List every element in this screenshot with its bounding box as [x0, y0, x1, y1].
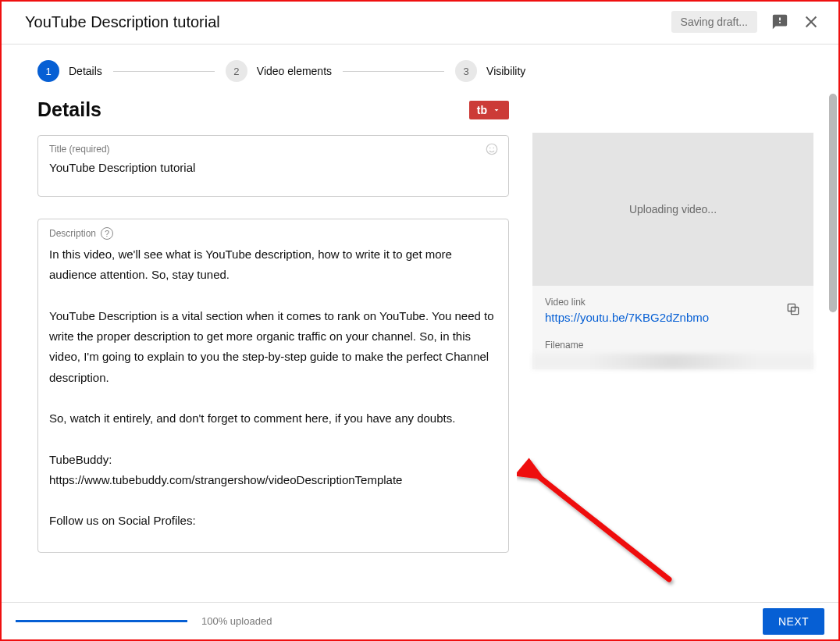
title-value: YouTube Description tutorial	[49, 159, 497, 185]
header-actions: Saving draft...	[671, 11, 820, 33]
details-heading: Details	[37, 98, 101, 121]
upload-progress-bar	[16, 620, 187, 622]
step-number: 1	[37, 60, 59, 82]
step-number: 3	[455, 60, 477, 82]
step-number: 2	[226, 60, 247, 82]
step-details[interactable]: 1 Details	[37, 60, 102, 82]
step-label: Visibility	[486, 65, 525, 77]
description-field[interactable]: Description ? In this video, we'll see w…	[37, 219, 509, 553]
help-icon[interactable]: ?	[101, 227, 113, 240]
step-visibility[interactable]: 3 Visibility	[455, 60, 525, 82]
close-icon[interactable]	[803, 13, 820, 30]
dialog-header: YouTube Description tutorial Saving draf…	[2, 2, 838, 45]
uploading-text: Uploading video...	[629, 203, 717, 215]
step-video-elements[interactable]: 2 Video elements	[226, 60, 332, 82]
filename-value-blurred	[532, 354, 813, 369]
step-label: Details	[69, 65, 102, 77]
video-preview-panel: Uploading video... Video link https://yo…	[532, 94, 813, 575]
next-button[interactable]: NEXT	[763, 608, 824, 635]
description-label-text: Description	[49, 228, 96, 239]
upload-progress-label: 100% uploaded	[201, 615, 272, 627]
tubebuddy-label: tb	[477, 104, 487, 116]
copy-icon[interactable]	[785, 297, 801, 320]
chevron-down-icon	[492, 105, 501, 115]
title-label: Title (required)	[49, 144, 497, 155]
tubebuddy-dropdown[interactable]: tb	[469, 101, 509, 119]
svg-point-4	[493, 148, 495, 149]
video-thumbnail: Uploading video...	[532, 133, 813, 286]
dialog-footer: 100% uploaded NEXT	[2, 602, 838, 639]
title-field[interactable]: Title (required) YouTube Description tut…	[37, 135, 509, 197]
dialog-title: YouTube Description tutorial	[25, 13, 220, 31]
step-connector	[113, 71, 215, 72]
content-scroll[interactable]: Details tb Title (required) YouTube Desc…	[2, 94, 838, 602]
video-link-label: Video link	[545, 297, 785, 308]
details-header: Details tb	[37, 98, 509, 121]
description-label: Description ?	[49, 227, 497, 240]
description-value: In this video, we'll see what is YouTube…	[49, 244, 497, 532]
emoji-icon[interactable]	[485, 142, 499, 156]
step-connector	[343, 71, 444, 72]
stepper: 1 Details 2 Video elements 3 Visibility	[2, 45, 838, 90]
step-label: Video elements	[257, 65, 332, 77]
saving-draft-badge: Saving draft...	[671, 11, 757, 33]
feedback-icon[interactable]	[771, 13, 788, 30]
video-link[interactable]: https://youtu.be/7KBG2dZnbmo	[545, 311, 785, 324]
svg-point-2	[486, 144, 497, 155]
video-meta: Video link https://youtu.be/7KBG2dZnbmo …	[532, 286, 813, 369]
filename-label: Filename	[545, 340, 801, 351]
scrollbar-thumb[interactable]	[829, 94, 837, 312]
svg-point-3	[489, 148, 491, 149]
